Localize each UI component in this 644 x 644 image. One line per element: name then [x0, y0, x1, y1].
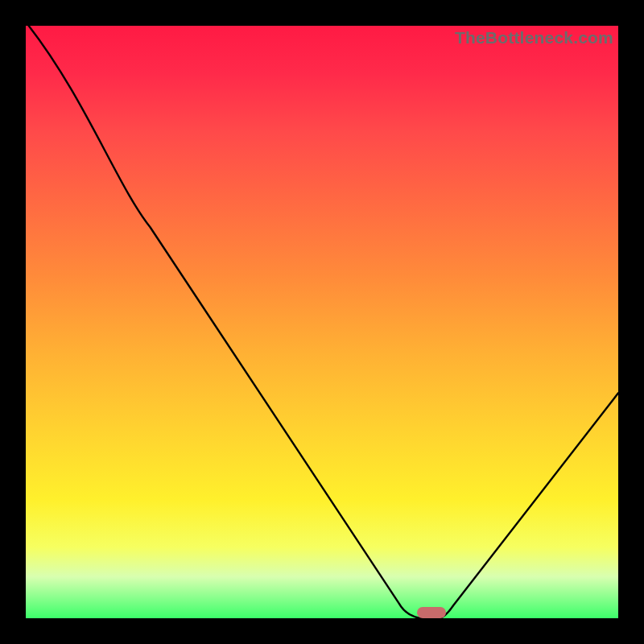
plot-area: TheBottleneck.com [26, 26, 618, 618]
chart-frame: TheBottleneck.com [0, 0, 644, 644]
optimum-marker [417, 607, 446, 618]
curve-svg [26, 26, 618, 618]
bottleneck-curve [29, 26, 618, 618]
